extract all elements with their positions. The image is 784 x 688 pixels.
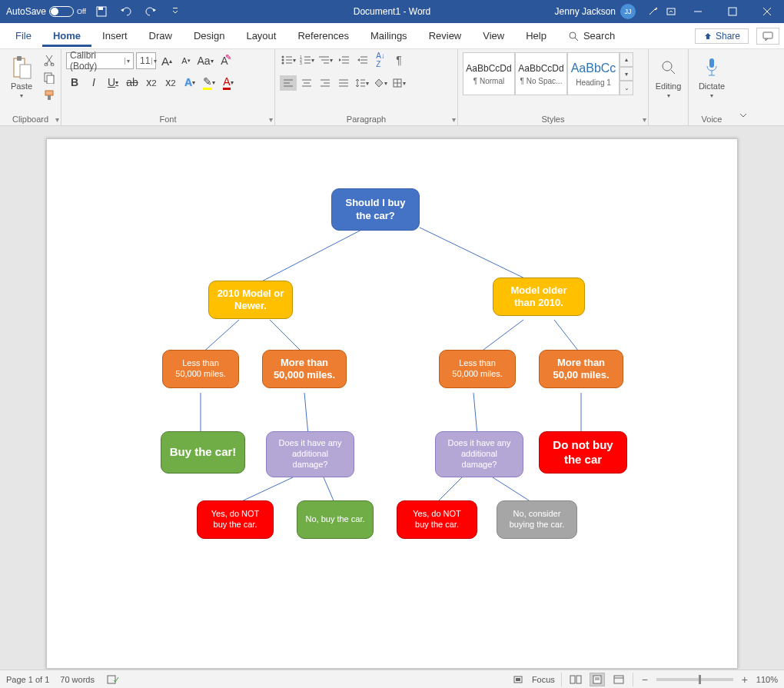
increase-indent-icon[interactable]: [354, 52, 370, 68]
tab-mailings[interactable]: Mailings: [360, 25, 418, 46]
borders-icon[interactable]: ▾: [390, 75, 407, 91]
share-button[interactable]: Share: [695, 28, 749, 44]
editing-button[interactable]: Editing ▾: [651, 52, 686, 102]
styles-more[interactable]: ⌄: [620, 81, 633, 95]
show-marks-icon[interactable]: ¶: [390, 52, 407, 68]
align-left-icon[interactable]: [280, 75, 297, 91]
chart-node-l1a1[interactable]: Buy the car!: [161, 431, 245, 474]
paragraph-dialog-launcher[interactable]: ▾: [452, 115, 456, 124]
style-no-spacing[interactable]: AaBbCcDd¶ No Spac...: [515, 52, 567, 95]
autosave-toggle[interactable]: AutoSave Off: [6, 6, 86, 17]
format-painter-icon[interactable]: [42, 88, 57, 103]
line-spacing-icon[interactable]: ▾: [354, 75, 370, 91]
font-dialog-launcher[interactable]: ▾: [269, 115, 273, 124]
tab-references[interactable]: References: [287, 25, 359, 46]
document-area[interactable]: Should I buy the car? 2010 Model or Newe…: [0, 126, 784, 670]
status-page[interactable]: Page 1 of 1: [6, 675, 49, 684]
shading-icon[interactable]: ▾: [372, 75, 389, 91]
cut-icon[interactable]: [42, 52, 57, 68]
superscript-button[interactable]: x2: [162, 74, 179, 91]
collapse-ribbon-icon[interactable]: [735, 107, 752, 125]
zoom-slider[interactable]: [656, 678, 733, 681]
chart-node-l1b1y[interactable]: Yes, do NOT buy the car.: [197, 500, 274, 539]
save-icon[interactable]: [92, 0, 111, 23]
upcoming-features-icon[interactable]: [643, 0, 662, 23]
zoom-level[interactable]: 110%: [756, 675, 778, 684]
tab-search[interactable]: Search: [557, 25, 626, 46]
tab-help[interactable]: Help: [515, 25, 557, 46]
chart-node-l1b[interactable]: More than 50,000 miles.: [262, 350, 347, 388]
undo-icon[interactable]: [117, 0, 135, 23]
chart-node-r1a[interactable]: Less than 50,000 miles.: [439, 350, 516, 388]
font-color-icon[interactable]: A▾: [220, 74, 237, 91]
bullets-icon[interactable]: ▾: [280, 52, 297, 68]
tab-review[interactable]: Review: [418, 25, 473, 46]
paste-button[interactable]: Paste ▾: [5, 52, 38, 102]
tab-file[interactable]: File: [5, 25, 42, 46]
chart-node-root[interactable]: Should I buy the car?: [331, 188, 420, 231]
grow-font-icon[interactable]: A▴: [158, 52, 175, 69]
user-avatar[interactable]: JJ: [620, 4, 636, 19]
numbering-icon[interactable]: 123▾: [298, 52, 315, 68]
bold-button[interactable]: B: [66, 74, 83, 91]
align-center-icon[interactable]: [298, 75, 315, 91]
tab-view[interactable]: View: [472, 25, 515, 46]
tab-layout[interactable]: Layout: [235, 25, 287, 46]
spellcheck-icon[interactable]: [105, 673, 121, 686]
chart-node-r1[interactable]: Model older than 2010.: [493, 278, 585, 316]
text-effects-icon[interactable]: A▾: [181, 74, 198, 91]
chart-node-l1a[interactable]: Less than 50,000 miles.: [162, 350, 239, 388]
styles-scroll-up[interactable]: ▴: [620, 52, 633, 67]
style-normal[interactable]: AaBbCcDd¶ Normal: [463, 52, 515, 95]
tab-home[interactable]: Home: [42, 25, 91, 47]
clipboard-dialog-launcher[interactable]: ▾: [55, 115, 59, 124]
status-words[interactable]: 70 words: [60, 675, 95, 684]
web-layout-icon[interactable]: [611, 673, 626, 686]
highlight-icon[interactable]: ✎▾: [201, 74, 218, 91]
italic-button[interactable]: I: [85, 74, 102, 91]
styles-dialog-launcher[interactable]: ▾: [643, 115, 646, 124]
ribbon-display-icon[interactable]: [662, 0, 680, 23]
chart-node-l1b1n[interactable]: No, buy the car.: [297, 500, 374, 539]
decrease-indent-icon[interactable]: [335, 52, 352, 68]
chart-node-r1a1[interactable]: Does it have any additional damage?: [435, 431, 523, 477]
zoom-out-button[interactable]: −: [639, 673, 650, 686]
strikethrough-button[interactable]: ab: [124, 74, 141, 91]
tab-insert[interactable]: Insert: [91, 25, 138, 46]
comments-button[interactable]: [756, 28, 779, 45]
chart-node-l1[interactable]: 2010 Model or Newer.: [208, 281, 293, 319]
align-right-icon[interactable]: [317, 75, 334, 91]
print-layout-icon[interactable]: [590, 673, 605, 686]
focus-mode-icon[interactable]: [510, 673, 526, 686]
redo-icon[interactable]: [141, 0, 160, 23]
clear-formatting-icon[interactable]: A✎: [216, 52, 233, 69]
close-button[interactable]: [749, 0, 784, 23]
chart-node-l1b1[interactable]: Does it have any additional damage?: [266, 431, 354, 477]
subscript-button[interactable]: x2: [143, 74, 160, 91]
chart-node-r1a1n[interactable]: No, consider buying the car.: [497, 500, 577, 539]
shrink-font-icon[interactable]: A▾: [178, 52, 194, 69]
document-page[interactable]: Should I buy the car? 2010 Model or Newe…: [46, 138, 738, 669]
chart-node-r1b1[interactable]: Do not buy the car: [539, 431, 627, 474]
justify-icon[interactable]: [335, 75, 352, 91]
tab-design[interactable]: Design: [183, 25, 235, 46]
font-name-select[interactable]: Calibri (Body)▾: [66, 52, 134, 69]
read-mode-icon[interactable]: [568, 673, 583, 686]
copy-icon[interactable]: [42, 70, 57, 85]
minimize-button[interactable]: [680, 0, 715, 23]
tab-draw[interactable]: Draw: [138, 25, 183, 46]
focus-label[interactable]: Focus: [532, 675, 555, 684]
font-size-select[interactable]: 11▾: [136, 52, 156, 69]
sort-icon[interactable]: A↓Z: [372, 52, 389, 68]
underline-button[interactable]: U▾: [105, 74, 121, 91]
styles-scroll-down[interactable]: ▾: [620, 67, 633, 81]
change-case-icon[interactable]: Aa▾: [197, 52, 214, 69]
multilevel-list-icon[interactable]: ▾: [317, 52, 334, 68]
chart-node-r1a1y[interactable]: Yes, do NOT buy the car.: [397, 500, 477, 539]
qat-more-icon[interactable]: [166, 0, 184, 23]
chart-node-r1b[interactable]: More than 50,00 miles.: [539, 350, 623, 388]
maximize-button[interactable]: [715, 0, 749, 23]
style-heading1[interactable]: AaBbCcHeading 1: [567, 52, 620, 95]
dictate-button[interactable]: Dictate ▾: [694, 52, 729, 102]
zoom-in-button[interactable]: +: [739, 673, 750, 686]
